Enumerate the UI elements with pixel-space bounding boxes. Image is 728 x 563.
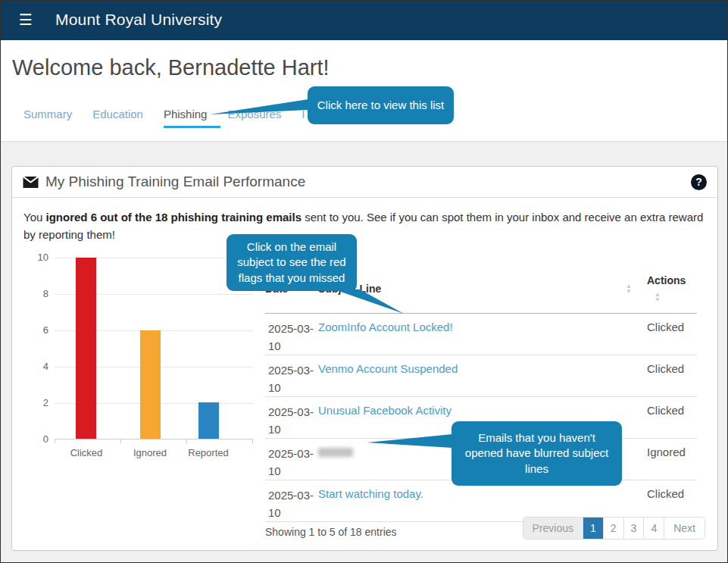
y-tick-label: 8 bbox=[27, 288, 48, 300]
pagination: Previous 1 2 3 4 Next bbox=[523, 517, 705, 540]
sort-icon[interactable]: ▲▼ bbox=[655, 292, 661, 302]
email-subject-link[interactable]: ZoomInfo Account Locked! bbox=[318, 321, 453, 333]
pagination-page-2[interactable]: 2 bbox=[603, 518, 623, 539]
x-tick bbox=[186, 439, 187, 443]
x-tick bbox=[55, 439, 55, 443]
pagination-page-1[interactable]: 1 bbox=[583, 518, 603, 539]
tab-education[interactable]: Education bbox=[92, 108, 143, 128]
callout-pointer bbox=[210, 97, 308, 120]
top-navbar: ☰ Mount Royal University bbox=[1, 1, 727, 40]
phishing-dashboard-page: ☰ Mount Royal University Welcome back, B… bbox=[0, 0, 728, 563]
table-row: 2025-03-10 Venmo Account Suspended Click… bbox=[265, 355, 697, 397]
intro-text: You ignored 6 out of the 18 phishing tra… bbox=[23, 208, 710, 244]
pagination-next[interactable]: Next bbox=[664, 518, 705, 539]
x-label-reported: Reported bbox=[177, 447, 240, 458]
email-date: 2025-03-10 bbox=[265, 397, 318, 439]
pagination-page-3[interactable]: 3 bbox=[623, 518, 644, 539]
x-tick bbox=[120, 439, 121, 443]
tab-phishing[interactable]: Phishing bbox=[164, 108, 208, 128]
x-tick bbox=[252, 439, 253, 443]
callout-pointer bbox=[367, 433, 452, 454]
table-row: 2025-03-10 Start watching today. Clicked bbox=[265, 480, 697, 522]
pagination-page-4[interactable]: 4 bbox=[643, 518, 664, 539]
app-title: Mount Royal University bbox=[55, 11, 222, 29]
help-icon[interactable]: ? bbox=[691, 174, 707, 190]
y-tick-label: 2 bbox=[27, 397, 48, 409]
email-subject-link[interactable]: Unusual Facebook Activity bbox=[318, 404, 451, 417]
x-axis-line bbox=[55, 439, 253, 439]
tab-summary[interactable]: Summary bbox=[23, 108, 72, 128]
email-date: 2025-03-10 bbox=[265, 314, 318, 355]
table-row: 2025-03-10 ZoomInfo Account Locked! Clic… bbox=[265, 314, 697, 355]
email-action: Clicked bbox=[636, 355, 697, 397]
phishing-performance-panel: My Phishing Training Email Performance ?… bbox=[11, 166, 718, 551]
envelope-icon bbox=[23, 177, 39, 188]
panel-title: My Phishing Training Email Performance bbox=[45, 174, 305, 190]
panel-header: My Phishing Training Email Performance ? bbox=[12, 167, 717, 198]
email-date: 2025-03-10 bbox=[265, 355, 318, 397]
y-tick-label: 10 bbox=[27, 252, 48, 264]
email-action: Ignored bbox=[636, 439, 697, 480]
bar-reported bbox=[198, 402, 219, 439]
sort-icon[interactable]: ▲▼ bbox=[626, 283, 632, 294]
bar-ignored bbox=[140, 330, 161, 439]
callout-pointer bbox=[327, 289, 406, 317]
callout-red-flags: Click on the email subject to see the re… bbox=[227, 234, 357, 291]
actions-column-header[interactable]: Actions ▲▼ bbox=[636, 268, 697, 314]
callout-blurred-subjects: Emails that you haven't opened have blur… bbox=[451, 421, 622, 486]
welcome-heading: Welcome back, Bernadette Hart! bbox=[12, 55, 330, 80]
blurred-subject bbox=[318, 448, 353, 457]
y-tick-label: 4 bbox=[27, 361, 48, 373]
x-label-ignored: Ignored bbox=[118, 447, 182, 458]
hamburger-menu-icon[interactable]: ☰ bbox=[19, 11, 33, 29]
email-action: Clicked bbox=[636, 397, 697, 439]
y-tick-label: 0 bbox=[27, 433, 48, 446]
email-subject-link[interactable]: Start watching today. bbox=[318, 487, 423, 500]
email-subject-link[interactable]: Venmo Account Suspended bbox=[318, 362, 458, 375]
email-date: 2025-03-10 bbox=[265, 480, 318, 522]
y-tick-label: 6 bbox=[27, 324, 48, 336]
email-date: 2025-03-10 bbox=[265, 439, 318, 480]
intro-bold: ignored 6 out of the 18 phishing trainin… bbox=[45, 211, 302, 224]
email-action: Clicked bbox=[636, 314, 697, 355]
intro-pre: You bbox=[23, 211, 45, 224]
pagination-previous[interactable]: Previous bbox=[523, 518, 583, 539]
actions-header-label: Actions bbox=[647, 274, 686, 286]
bar-clicked bbox=[76, 258, 96, 439]
email-action: Clicked bbox=[636, 480, 697, 522]
callout-view-list: Click here to view this list bbox=[308, 86, 454, 124]
chart-plot-area bbox=[55, 258, 253, 439]
showing-entries-text: Showing 1 to 5 of 18 entries bbox=[265, 526, 397, 538]
x-label-clicked: Clicked bbox=[55, 447, 118, 458]
